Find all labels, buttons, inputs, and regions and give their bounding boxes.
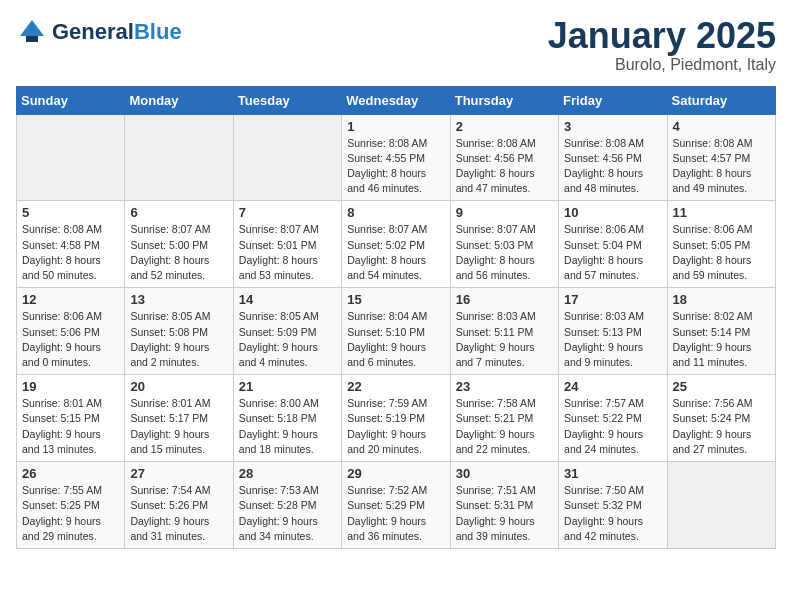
- day-info: Sunrise: 7:53 AM Sunset: 5:28 PM Dayligh…: [239, 483, 336, 544]
- calendar-week-row: 26Sunrise: 7:55 AM Sunset: 5:25 PM Dayli…: [17, 462, 776, 549]
- calendar-week-row: 1Sunrise: 8:08 AM Sunset: 4:55 PM Daylig…: [17, 114, 776, 201]
- page-header: GeneralBlue January 2025 Burolo, Piedmon…: [16, 16, 776, 74]
- calendar-cell: 15Sunrise: 8:04 AM Sunset: 5:10 PM Dayli…: [342, 288, 450, 375]
- calendar-cell: 24Sunrise: 7:57 AM Sunset: 5:22 PM Dayli…: [559, 375, 667, 462]
- calendar-cell: 25Sunrise: 7:56 AM Sunset: 5:24 PM Dayli…: [667, 375, 775, 462]
- calendar-cell: 12Sunrise: 8:06 AM Sunset: 5:06 PM Dayli…: [17, 288, 125, 375]
- day-info: Sunrise: 8:00 AM Sunset: 5:18 PM Dayligh…: [239, 396, 336, 457]
- calendar-cell: 7Sunrise: 8:07 AM Sunset: 5:01 PM Daylig…: [233, 201, 341, 288]
- day-number: 15: [347, 292, 444, 307]
- calendar-week-row: 12Sunrise: 8:06 AM Sunset: 5:06 PM Dayli…: [17, 288, 776, 375]
- day-info: Sunrise: 8:04 AM Sunset: 5:10 PM Dayligh…: [347, 309, 444, 370]
- day-info: Sunrise: 8:08 AM Sunset: 4:57 PM Dayligh…: [673, 136, 770, 197]
- calendar-cell: 9Sunrise: 8:07 AM Sunset: 5:03 PM Daylig…: [450, 201, 558, 288]
- weekday-header: Thursday: [450, 86, 558, 114]
- day-number: 26: [22, 466, 119, 481]
- calendar-cell: 22Sunrise: 7:59 AM Sunset: 5:19 PM Dayli…: [342, 375, 450, 462]
- calendar-cell: 6Sunrise: 8:07 AM Sunset: 5:00 PM Daylig…: [125, 201, 233, 288]
- logo-general-text: General: [52, 19, 134, 44]
- day-info: Sunrise: 7:54 AM Sunset: 5:26 PM Dayligh…: [130, 483, 227, 544]
- calendar-cell: 1Sunrise: 8:08 AM Sunset: 4:55 PM Daylig…: [342, 114, 450, 201]
- day-info: Sunrise: 7:50 AM Sunset: 5:32 PM Dayligh…: [564, 483, 661, 544]
- calendar-cell: 31Sunrise: 7:50 AM Sunset: 5:32 PM Dayli…: [559, 462, 667, 549]
- calendar-cell: 20Sunrise: 8:01 AM Sunset: 5:17 PM Dayli…: [125, 375, 233, 462]
- day-number: 29: [347, 466, 444, 481]
- calendar-cell: 5Sunrise: 8:08 AM Sunset: 4:58 PM Daylig…: [17, 201, 125, 288]
- day-info: Sunrise: 7:52 AM Sunset: 5:29 PM Dayligh…: [347, 483, 444, 544]
- day-number: 7: [239, 205, 336, 220]
- calendar-cell: 16Sunrise: 8:03 AM Sunset: 5:11 PM Dayli…: [450, 288, 558, 375]
- weekday-header: Monday: [125, 86, 233, 114]
- day-info: Sunrise: 8:05 AM Sunset: 5:09 PM Dayligh…: [239, 309, 336, 370]
- day-info: Sunrise: 8:07 AM Sunset: 5:00 PM Dayligh…: [130, 222, 227, 283]
- calendar-cell: 4Sunrise: 8:08 AM Sunset: 4:57 PM Daylig…: [667, 114, 775, 201]
- day-number: 18: [673, 292, 770, 307]
- day-number: 3: [564, 119, 661, 134]
- day-number: 28: [239, 466, 336, 481]
- location-subtitle: Burolo, Piedmont, Italy: [548, 56, 776, 74]
- day-number: 24: [564, 379, 661, 394]
- day-info: Sunrise: 8:03 AM Sunset: 5:11 PM Dayligh…: [456, 309, 553, 370]
- calendar-cell: 10Sunrise: 8:06 AM Sunset: 5:04 PM Dayli…: [559, 201, 667, 288]
- day-number: 17: [564, 292, 661, 307]
- logo-blue-text: Blue: [134, 19, 182, 44]
- day-number: 30: [456, 466, 553, 481]
- day-info: Sunrise: 8:08 AM Sunset: 4:56 PM Dayligh…: [456, 136, 553, 197]
- svg-marker-0: [20, 20, 44, 36]
- weekday-header: Wednesday: [342, 86, 450, 114]
- day-info: Sunrise: 7:55 AM Sunset: 5:25 PM Dayligh…: [22, 483, 119, 544]
- calendar-cell: 30Sunrise: 7:51 AM Sunset: 5:31 PM Dayli…: [450, 462, 558, 549]
- day-number: 11: [673, 205, 770, 220]
- calendar-week-row: 5Sunrise: 8:08 AM Sunset: 4:58 PM Daylig…: [17, 201, 776, 288]
- day-info: Sunrise: 8:01 AM Sunset: 5:17 PM Dayligh…: [130, 396, 227, 457]
- day-number: 1: [347, 119, 444, 134]
- day-info: Sunrise: 8:02 AM Sunset: 5:14 PM Dayligh…: [673, 309, 770, 370]
- calendar-cell: [17, 114, 125, 201]
- calendar-cell: 23Sunrise: 7:58 AM Sunset: 5:21 PM Dayli…: [450, 375, 558, 462]
- day-info: Sunrise: 7:51 AM Sunset: 5:31 PM Dayligh…: [456, 483, 553, 544]
- calendar-cell: 14Sunrise: 8:05 AM Sunset: 5:09 PM Dayli…: [233, 288, 341, 375]
- day-number: 22: [347, 379, 444, 394]
- calendar-cell: 11Sunrise: 8:06 AM Sunset: 5:05 PM Dayli…: [667, 201, 775, 288]
- day-info: Sunrise: 8:06 AM Sunset: 5:05 PM Dayligh…: [673, 222, 770, 283]
- day-number: 16: [456, 292, 553, 307]
- title-block: January 2025 Burolo, Piedmont, Italy: [548, 16, 776, 74]
- svg-rect-1: [26, 36, 38, 42]
- calendar-cell: [667, 462, 775, 549]
- day-number: 9: [456, 205, 553, 220]
- day-number: 4: [673, 119, 770, 134]
- day-info: Sunrise: 8:07 AM Sunset: 5:02 PM Dayligh…: [347, 222, 444, 283]
- day-info: Sunrise: 8:05 AM Sunset: 5:08 PM Dayligh…: [130, 309, 227, 370]
- day-number: 5: [22, 205, 119, 220]
- day-number: 12: [22, 292, 119, 307]
- calendar-cell: 26Sunrise: 7:55 AM Sunset: 5:25 PM Dayli…: [17, 462, 125, 549]
- day-info: Sunrise: 8:08 AM Sunset: 4:56 PM Dayligh…: [564, 136, 661, 197]
- calendar-cell: 29Sunrise: 7:52 AM Sunset: 5:29 PM Dayli…: [342, 462, 450, 549]
- calendar-cell: 17Sunrise: 8:03 AM Sunset: 5:13 PM Dayli…: [559, 288, 667, 375]
- weekday-header: Friday: [559, 86, 667, 114]
- day-info: Sunrise: 8:07 AM Sunset: 5:01 PM Dayligh…: [239, 222, 336, 283]
- logo-icon: [16, 16, 48, 48]
- day-info: Sunrise: 8:08 AM Sunset: 4:55 PM Dayligh…: [347, 136, 444, 197]
- day-number: 8: [347, 205, 444, 220]
- weekday-header-row: SundayMondayTuesdayWednesdayThursdayFrid…: [17, 86, 776, 114]
- calendar-cell: 13Sunrise: 8:05 AM Sunset: 5:08 PM Dayli…: [125, 288, 233, 375]
- day-number: 31: [564, 466, 661, 481]
- calendar-cell: 18Sunrise: 8:02 AM Sunset: 5:14 PM Dayli…: [667, 288, 775, 375]
- day-number: 19: [22, 379, 119, 394]
- day-info: Sunrise: 7:57 AM Sunset: 5:22 PM Dayligh…: [564, 396, 661, 457]
- day-info: Sunrise: 8:07 AM Sunset: 5:03 PM Dayligh…: [456, 222, 553, 283]
- calendar-cell: 3Sunrise: 8:08 AM Sunset: 4:56 PM Daylig…: [559, 114, 667, 201]
- day-number: 13: [130, 292, 227, 307]
- weekday-header: Sunday: [17, 86, 125, 114]
- day-number: 25: [673, 379, 770, 394]
- day-number: 6: [130, 205, 227, 220]
- day-info: Sunrise: 8:08 AM Sunset: 4:58 PM Dayligh…: [22, 222, 119, 283]
- day-number: 10: [564, 205, 661, 220]
- weekday-header: Saturday: [667, 86, 775, 114]
- calendar-cell: 2Sunrise: 8:08 AM Sunset: 4:56 PM Daylig…: [450, 114, 558, 201]
- calendar-cell: 21Sunrise: 8:00 AM Sunset: 5:18 PM Dayli…: [233, 375, 341, 462]
- day-number: 20: [130, 379, 227, 394]
- calendar-cell: [233, 114, 341, 201]
- calendar-cell: 8Sunrise: 8:07 AM Sunset: 5:02 PM Daylig…: [342, 201, 450, 288]
